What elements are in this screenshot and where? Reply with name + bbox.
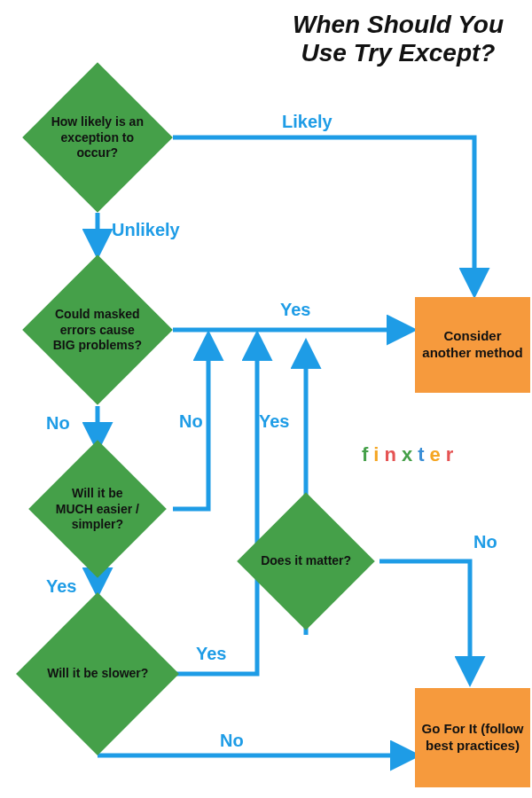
- result-go-for-it: Go For It (follow best practices): [415, 688, 530, 787]
- edge-label-yes-d2: Yes: [280, 300, 310, 320]
- decision-text: Could masked errors cause BIG problems?: [44, 303, 151, 357]
- result-consider-another: Consider another method: [415, 297, 530, 393]
- decision-slower: Will it be slower?: [16, 592, 179, 755]
- edge-label-yes-d5: Yes: [259, 411, 289, 432]
- edge-label-likely: Likely: [282, 112, 332, 132]
- decision-text: How likely is an exception to occur?: [44, 111, 151, 165]
- decision-text: Will it be MUCH easier / simpler?: [49, 482, 146, 536]
- decision-easier-simpler: Will it be MUCH easier / simpler?: [28, 440, 167, 578]
- brand-finxter: finxter: [362, 443, 458, 466]
- decision-text: Does it matter?: [257, 550, 355, 572]
- edge-label-yes-d4: Yes: [196, 644, 226, 664]
- title-line-1: When Should You: [293, 11, 504, 38]
- flowchart-canvas: When Should You Use Try Except? How like…: [0, 0, 532, 798]
- page-title: When Should You Use Try Except?: [293, 11, 504, 67]
- decision-masked-errors: Could masked errors cause BIG problems?: [22, 254, 173, 405]
- result-text: Go For It (follow best practices): [420, 721, 525, 755]
- decision-exception-likelihood: How likely is an exception to occur?: [22, 62, 173, 213]
- result-text: Consider another method: [420, 328, 525, 362]
- edge-label-unlikely: Unlikely: [112, 220, 180, 240]
- edge-label-no-d3: No: [179, 411, 203, 432]
- decision-does-it-matter: Does it matter?: [237, 492, 375, 630]
- edge-label-yes-d3: Yes: [46, 576, 76, 597]
- title-line-2: Use Try Except?: [301, 39, 496, 66]
- edge-label-no-d4: No: [220, 731, 244, 751]
- edge-label-no-d5: No: [473, 532, 497, 552]
- decision-text: Will it be slower?: [43, 662, 152, 685]
- edge-label-no-d2: No: [46, 413, 70, 434]
